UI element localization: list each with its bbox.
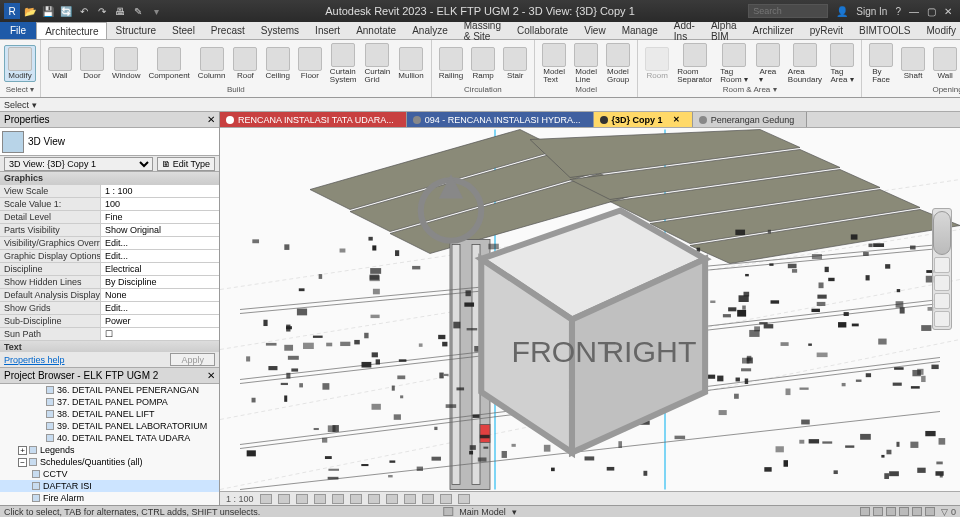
sb-link-icon[interactable]: [873, 507, 883, 516]
prop-value[interactable]: Show Original: [100, 224, 219, 236]
drawing-canvas[interactable]: FRONT RIGHT: [220, 128, 960, 491]
vc-analytical-icon[interactable]: [440, 494, 452, 504]
tree-item[interactable]: 40. DETAIL PANEL TATA UDARA: [0, 432, 219, 444]
tree-item[interactable]: Kabel Feeder Listrik: [0, 504, 219, 505]
help-icon[interactable]: ?: [895, 6, 901, 17]
qa-measure-icon[interactable]: ✎: [130, 3, 146, 19]
view-cube[interactable]: FRONT RIGHT: [220, 150, 942, 491]
menu-tab-add-ins[interactable]: Add-Ins: [666, 22, 703, 39]
prop-value[interactable]: Edit...: [100, 302, 219, 314]
pan-icon[interactable]: [934, 257, 950, 273]
orbit-icon[interactable]: [934, 293, 950, 309]
menu-tab-archilizer[interactable]: Archilizer: [745, 22, 802, 39]
menu-tab-annotate[interactable]: Annotate: [348, 22, 404, 39]
tool-tag-area-[interactable]: TagArea ▾: [827, 42, 857, 85]
prop-value[interactable]: 100: [100, 198, 219, 210]
menu-tab-alpha-bim[interactable]: Alpha BIM: [703, 22, 745, 39]
tree-item[interactable]: 38. DETAIL PANEL LIFT: [0, 408, 219, 420]
app-menu-icon[interactable]: R: [4, 3, 20, 19]
view-tab[interactable]: 094 - RENCANA INSTALASI HYDRA...: [407, 112, 594, 127]
tool-tag-room-[interactable]: TagRoom ▾: [717, 42, 751, 85]
prop-value[interactable]: Electrical: [100, 263, 219, 275]
sb-select-icon[interactable]: [860, 507, 870, 516]
tree-item[interactable]: −Schedules/Quantities (all): [0, 456, 219, 468]
prop-value[interactable]: Edit...: [100, 250, 219, 262]
steering-wheel-icon[interactable]: [933, 211, 951, 255]
view-tab[interactable]: Penerangan Gedung: [693, 112, 808, 127]
tree-item[interactable]: 39. DETAIL PANEL LABORATORIUM: [0, 420, 219, 432]
maximize-icon[interactable]: ▢: [927, 6, 936, 17]
tool-component[interactable]: Component: [145, 46, 192, 81]
sb-pin-icon[interactable]: [886, 507, 896, 516]
expand-icon[interactable]: −: [18, 458, 27, 467]
model-dropdown-icon[interactable]: ▾: [512, 507, 517, 517]
tree-item[interactable]: 36. DETAIL PANEL PENERANGAN: [0, 384, 219, 396]
vc-reveal-icon[interactable]: [422, 494, 434, 504]
tool-modify[interactable]: Modify: [4, 45, 36, 82]
search-input[interactable]: [748, 4, 828, 18]
prop-value[interactable]: Fine: [100, 211, 219, 223]
view-tab[interactable]: {3D} Copy 1✕: [594, 112, 693, 127]
tool-room[interactable]: Room: [642, 46, 672, 81]
menu-tab-analyze[interactable]: Analyze: [404, 22, 456, 39]
tool-column[interactable]: Column: [195, 46, 229, 81]
tool-model-line[interactable]: ModelLine: [571, 42, 601, 85]
menu-tab-steel[interactable]: Steel: [164, 22, 203, 39]
qa-undo-icon[interactable]: ↶: [76, 3, 92, 19]
qa-open-icon[interactable]: 📂: [22, 3, 38, 19]
qa-save-icon[interactable]: 💾: [40, 3, 56, 19]
view-filter-select[interactable]: 3D View: {3D} Copy 1: [4, 157, 153, 171]
menu-tab-precast[interactable]: Precast: [203, 22, 253, 39]
vc-crop-icon[interactable]: [350, 494, 362, 504]
tool-mullion[interactable]: Mullion: [395, 46, 426, 81]
menu-tab-pyrevit[interactable]: pyRevit: [802, 22, 851, 39]
tool-wall[interactable]: Wall: [45, 46, 75, 81]
vc-detail-icon[interactable]: [260, 494, 272, 504]
sb-workset-icon[interactable]: [443, 507, 453, 516]
tab-close-icon[interactable]: ✕: [673, 115, 680, 124]
menu-tab-architecture[interactable]: Architecture: [36, 22, 107, 39]
qa-print-icon[interactable]: 🖶: [112, 3, 128, 19]
signin-link[interactable]: Sign In: [856, 6, 887, 17]
vc-shadows-icon[interactable]: [314, 494, 326, 504]
tool-model-group[interactable]: ModelGroup: [603, 42, 633, 85]
menu-tab-modify[interactable]: Modify: [918, 22, 960, 39]
vc-lock-icon[interactable]: [386, 494, 398, 504]
menu-tab-collaborate[interactable]: Collaborate: [509, 22, 576, 39]
vc-crop-region-icon[interactable]: [368, 494, 380, 504]
tool-wall[interactable]: Wall: [930, 46, 960, 81]
tool-ramp[interactable]: Ramp: [468, 46, 498, 81]
menu-tab-structure[interactable]: Structure: [107, 22, 164, 39]
menu-tab-view[interactable]: View: [576, 22, 614, 39]
lookat-icon[interactable]: [934, 311, 950, 327]
tool-roof[interactable]: Roof: [230, 46, 260, 81]
file-tab[interactable]: File: [0, 22, 36, 39]
view-tab[interactable]: RENCANA INSTALASI TATA UDARA...: [220, 112, 407, 127]
menu-tab-insert[interactable]: Insert: [307, 22, 348, 39]
project-browser-tree[interactable]: 36. DETAIL PANEL PENERANGAN37. DETAIL PA…: [0, 384, 219, 505]
menu-tab-manage[interactable]: Manage: [614, 22, 666, 39]
menu-tab-massing-site[interactable]: Massing & Site: [456, 22, 509, 39]
sb-face-icon[interactable]: [899, 507, 909, 516]
properties-close-icon[interactable]: ✕: [207, 114, 215, 125]
tree-item[interactable]: 37. DETAIL PANEL POMPA: [0, 396, 219, 408]
qa-redo-icon[interactable]: ↷: [94, 3, 110, 19]
minimize-icon[interactable]: —: [909, 6, 919, 17]
select-dropdown[interactable]: Select ▾: [0, 98, 960, 112]
tool-door[interactable]: Door: [77, 46, 107, 81]
tool-window[interactable]: Window: [109, 46, 143, 81]
tool-shaft[interactable]: Shaft: [898, 46, 928, 81]
prop-value[interactable]: Edit...: [100, 237, 219, 249]
prop-value[interactable]: ☐: [100, 328, 219, 340]
tool-area-boundary[interactable]: AreaBoundary: [785, 42, 825, 85]
tool-ceiling[interactable]: Ceiling: [262, 46, 292, 81]
model-indicator[interactable]: Main Model: [459, 507, 506, 517]
sb-filter-icon[interactable]: [925, 507, 935, 516]
view-scale[interactable]: 1 : 100: [226, 494, 254, 504]
tool-floor[interactable]: Floor: [295, 46, 325, 81]
tool-curtain-system[interactable]: CurtainSystem: [327, 42, 360, 85]
tool-stair[interactable]: Stair: [500, 46, 530, 81]
menu-tab-bimtools[interactable]: BIMTOOLS: [851, 22, 919, 39]
expand-icon[interactable]: +: [18, 446, 27, 455]
tree-item[interactable]: DAFTAR ISI: [0, 480, 219, 492]
